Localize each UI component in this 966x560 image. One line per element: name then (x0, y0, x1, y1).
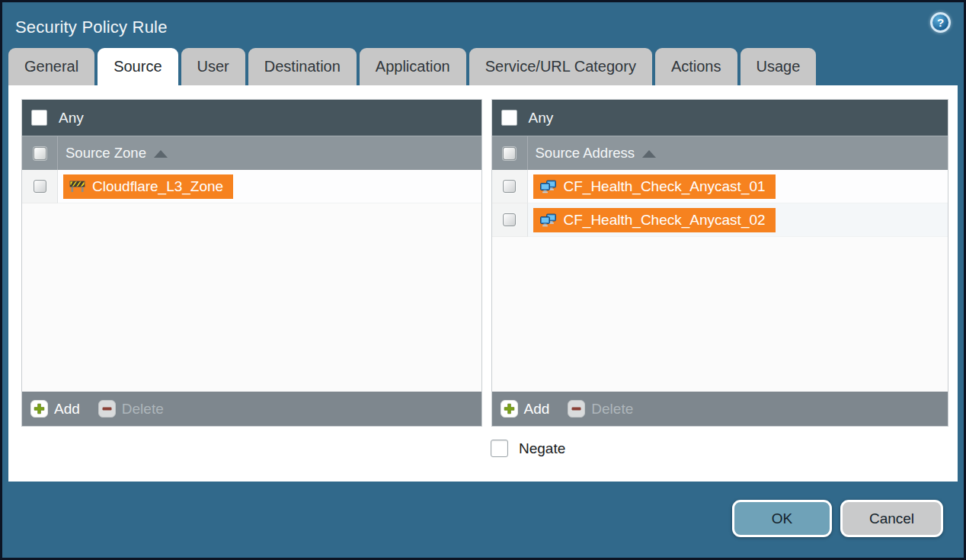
source-zone-select-all-cell (22, 136, 58, 170)
dialog-footer: OK Cancel (2, 482, 964, 558)
source-address-toolbar: Add Delete (492, 392, 948, 426)
table-row[interactable]: CF_Health_Check_Anycast_02 (492, 203, 948, 237)
ok-button[interactable]: OK (732, 500, 832, 537)
sort-ascending-icon (154, 150, 168, 158)
negate-label: Negate (519, 440, 565, 457)
delete-label: Delete (122, 401, 164, 418)
zone-object-label: Cloudflare_L3_Zone (92, 178, 223, 195)
source-zone-select-all-checkbox[interactable] (34, 147, 46, 160)
source-address-rows: CF_Health_Check_Anycast_01 (492, 170, 948, 392)
row-checkbox-cell (492, 203, 528, 237)
add-icon (501, 400, 518, 418)
row-checkbox-cell (492, 170, 528, 203)
source-zone-column-sort[interactable]: Source Zone (58, 145, 168, 162)
source-address-column-label: Source Address (536, 145, 635, 162)
source-zone-any-label: Any (59, 110, 84, 126)
source-zone-toolbar: Add Delete (22, 392, 481, 426)
content-area: Any Source Zone (8, 85, 958, 482)
add-label: Add (54, 401, 80, 418)
add-icon (30, 400, 48, 418)
source-zone-column-header: Source Zone (22, 136, 481, 170)
source-panels: Any Source Zone (21, 99, 948, 427)
tab-general[interactable]: General (8, 48, 94, 85)
delete-icon (568, 400, 585, 418)
source-address-any-header: Any (492, 100, 948, 136)
source-zone-any-checkbox[interactable] (31, 110, 47, 126)
table-row[interactable]: Cloudflare_L3_Zone (22, 170, 481, 203)
source-address-panel: Any Source Address (491, 99, 949, 427)
address-object-label: CF_Health_Check_Anycast_01 (564, 178, 766, 195)
address-object-label: CF_Health_Check_Anycast_02 (564, 212, 766, 229)
source-address-any-label: Any (529, 110, 554, 126)
source-address-select-all-cell (492, 136, 528, 170)
delete-button[interactable]: Delete (568, 400, 633, 418)
tab-application[interactable]: Application (360, 48, 466, 85)
source-zone-any-header: Any (22, 100, 481, 136)
source-zone-rows: Cloudflare_L3_Zone (22, 170, 481, 392)
tab-destination[interactable]: Destination (248, 48, 357, 85)
tab-usage[interactable]: Usage (740, 48, 817, 85)
source-zone-column-label: Source Zone (66, 145, 146, 162)
source-zone-panel: Any Source Zone (21, 99, 482, 427)
zone-object-chip[interactable]: Cloudflare_L3_Zone (63, 174, 233, 199)
source-address-column-sort[interactable]: Source Address (528, 145, 657, 162)
add-button[interactable]: Add (501, 400, 550, 418)
add-button[interactable]: Add (30, 400, 80, 418)
row-checkbox[interactable] (503, 213, 516, 226)
source-address-any-checkbox[interactable] (501, 110, 517, 126)
tab-bar: General Source User Destination Applicat… (2, 48, 964, 85)
row-checkbox[interactable] (34, 180, 46, 193)
address-object-chip[interactable]: CF_Health_Check_Anycast_01 (533, 174, 776, 199)
source-address-column-header: Source Address (492, 136, 948, 170)
tab-actions[interactable]: Actions (655, 48, 737, 85)
dialog-title: Security Policy Rule (15, 18, 168, 37)
row-content: CF_Health_Check_Anycast_02 (528, 203, 948, 237)
delete-icon (98, 400, 116, 418)
address-icon (539, 213, 557, 227)
row-content: Cloudflare_L3_Zone (58, 170, 481, 203)
cancel-button[interactable]: Cancel (840, 500, 943, 537)
negate-row: Negate (491, 440, 948, 457)
delete-label: Delete (591, 401, 633, 418)
row-checkbox-cell (22, 170, 58, 203)
negate-checkbox[interactable] (491, 440, 508, 457)
row-checkbox[interactable] (503, 180, 516, 193)
add-label: Add (524, 401, 550, 418)
source-address-select-all-checkbox[interactable] (503, 147, 516, 160)
dialog-titlebar: Security Policy Rule ? (2, 2, 964, 48)
tab-service-url-category[interactable]: Service/URL Category (469, 48, 652, 85)
tab-user[interactable]: User (181, 48, 245, 85)
security-policy-rule-dialog: Security Policy Rule ? General Source Us… (0, 0, 966, 560)
sort-ascending-icon (642, 150, 656, 158)
address-object-chip[interactable]: CF_Health_Check_Anycast_02 (533, 208, 776, 232)
row-content: CF_Health_Check_Anycast_01 (528, 170, 948, 203)
tab-source[interactable]: Source (98, 48, 178, 85)
address-icon (539, 180, 557, 194)
table-row[interactable]: CF_Health_Check_Anycast_01 (492, 170, 948, 203)
help-icon[interactable]: ? (930, 12, 951, 33)
zone-icon (69, 180, 85, 193)
delete-button[interactable]: Delete (98, 400, 164, 418)
